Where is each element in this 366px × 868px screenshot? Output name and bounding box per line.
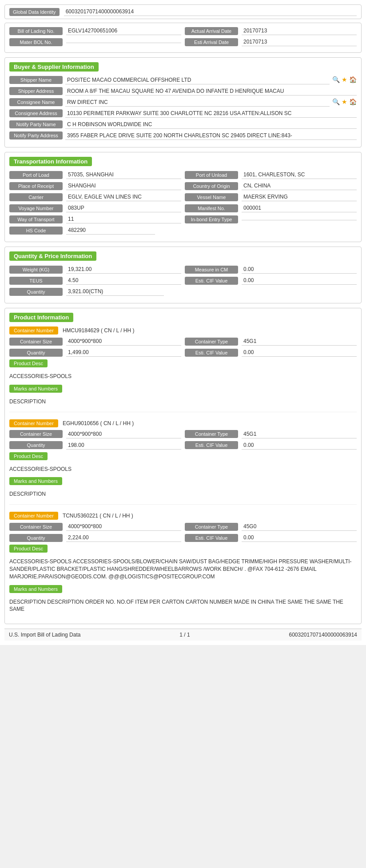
- product-block-3: Container Number TCNU5360221 ( CN / L / …: [9, 512, 357, 619]
- consignee-star-icon[interactable]: ★: [342, 98, 347, 105]
- teus-value: 4.50: [66, 276, 181, 285]
- container-type-label-2: Container Type: [185, 430, 238, 438]
- page: Global Data Identity 6003201707140000006…: [0, 0, 366, 645]
- manifest-no-value: 000001: [242, 204, 357, 212]
- buyer-supplier-section: Buyer & Supplier Information Shipper Nam…: [4, 57, 362, 147]
- global-id-row: Global Data Identity 6003201707140000006…: [4, 4, 362, 19]
- global-id-value: 60032017071400000063914: [64, 8, 357, 16]
- container-size-label-2: Container Size: [9, 430, 63, 438]
- weight-label: Weight (KG): [9, 266, 63, 274]
- container-size-label-1: Container Size: [9, 338, 63, 346]
- teus-row: TEUS 4.50 Esti. CIF Value 0.00: [9, 276, 357, 285]
- port-of-unload-value: 1601, CHARLESTON, SC: [242, 171, 357, 179]
- carrier-label: Carrier: [9, 193, 63, 201]
- consignee-address-row: Consignee Address 10130 PERIMETER PARKWA…: [9, 109, 357, 118]
- container-qty-value-2: 198.00: [66, 441, 181, 450]
- container-esti-cif-value-3: 0.00: [242, 534, 357, 542]
- footer-center: 1 / 1: [179, 632, 190, 638]
- shipper-home-icon[interactable]: 🏠: [349, 76, 357, 83]
- container-esti-cif-value-1: 0.00: [242, 348, 357, 357]
- container-number-value-1: HMCU9184629 ( CN / L / HH ): [61, 326, 136, 334]
- global-id-label: Global Data Identity: [9, 8, 60, 16]
- shipper-search-icon[interactable]: 🔍: [332, 76, 340, 83]
- teus-label: TEUS: [9, 277, 63, 285]
- measure-label: Measure in CM: [185, 266, 238, 274]
- header-section: Bill of Lading No. EGLV142700651006 Actu…: [4, 23, 362, 53]
- container-size-label-3: Container Size: [9, 523, 63, 531]
- notify-party-name-label: Notify Party Name: [9, 120, 63, 128]
- shipper-name-label: Shipper Name: [9, 76, 63, 84]
- consignee-home-icon[interactable]: 🏠: [349, 98, 357, 105]
- country-of-origin-label: Country of Origin: [185, 182, 238, 190]
- product-desc-label-2: Product Desc: [9, 452, 48, 460]
- container-size-value-1: 4000*900*800: [66, 337, 181, 346]
- buyer-supplier-title: Buyer & Supplier Information: [9, 62, 99, 72]
- container-esti-cif-label-2: Esti. CIF Value: [185, 441, 238, 449]
- container-size-row-3: Container Size 4000*900*800 Container Ty…: [9, 522, 357, 531]
- marks-numbers-value-1: DESCRIPTION: [9, 396, 357, 407]
- container-type-value-3: 45G0: [242, 522, 357, 531]
- container-type-label-3: Container Type: [185, 523, 238, 531]
- container-esti-cif-label-3: Esti. CIF Value: [185, 534, 238, 542]
- product-desc-value-2: ACCESSORIES-SPOOLS: [9, 464, 357, 475]
- notify-party-address-value: 3955 FABER PLACE DRIVE SUITE 200 NORTH C…: [65, 131, 357, 140]
- product-block-2: Container Number EGHU9010656 ( CN / L / …: [9, 419, 357, 505]
- port-load-row: Port of Load 57035, SHANGHAI Port of Unl…: [9, 171, 357, 179]
- way-of-transport-value: 11: [66, 215, 181, 223]
- container-number-row-3: Container Number TCNU5360221 ( CN / L / …: [9, 512, 357, 520]
- voyage-row: Voyage Number 083UP Manifest No. 000001: [9, 204, 357, 212]
- footer-right: 60032017071400000063914: [289, 632, 358, 638]
- container-type-value-1: 45G1: [242, 337, 357, 346]
- quantity-value: 3,921.00(CTN): [66, 287, 164, 296]
- port-of-load-value: 57035, SHANGHAI: [66, 171, 181, 179]
- quantity-price-title: Quantity & Price Information: [9, 251, 96, 261]
- notify-party-address-row: Notify Party Address 3955 FABER PLACE DR…: [9, 131, 357, 140]
- hs-code-label: HS Code: [9, 227, 63, 235]
- consignee-address-value: 10130 PERIMETER PARKWAY SUITE 300 CHARLO…: [65, 109, 357, 118]
- marks-numbers-label-1: Marks and Numbers: [9, 385, 62, 393]
- esti-cif-label: Esti. CIF Value: [185, 277, 238, 285]
- marks-numbers-value-2: DESCRIPTION: [9, 489, 357, 500]
- weight-row: Weight (KG) 19,321.00 Measure in CM 0.00: [9, 265, 357, 274]
- actual-arrival-value: 20170713: [242, 27, 357, 35]
- manifest-no-label: Manifest No.: [185, 204, 238, 212]
- port-of-unload-label: Port of Unload: [185, 171, 238, 179]
- container-size-value-2: 4000*900*800: [66, 430, 181, 438]
- marks-numbers-label-3: Marks and Numbers: [9, 585, 62, 593]
- bol-value: EGLV142700651006: [66, 27, 181, 35]
- container-number-value-3: TCNU5360221 ( CN / L / HH ): [61, 512, 135, 520]
- product-desc-label-3: Product Desc: [9, 545, 48, 553]
- container-qty-value-3: 2,224.00: [66, 534, 181, 542]
- transportation-title: Transportation Information: [9, 157, 92, 166]
- shipper-address-row: Shipper Address ROOM A 8/F THE MACAU SQU…: [9, 87, 357, 96]
- container-esti-cif-label-1: Esti. CIF Value: [185, 349, 238, 357]
- weight-value: 19,321.00: [66, 265, 181, 274]
- product-information-section: Product Information Container Number HMC…: [4, 308, 362, 624]
- mater-bol-row: Mater BOL No. Esti Arrival Date 20170713: [9, 38, 357, 46]
- container-number-label-3: Container Number: [9, 512, 58, 520]
- marks-numbers-value-3: DESCRIPTION DESCRIPTION ORDER NO. NO.OF …: [9, 597, 357, 615]
- container-qty-label-1: Quantity: [9, 349, 63, 357]
- consignee-search-icon[interactable]: 🔍: [332, 98, 340, 105]
- shipper-star-icon[interactable]: ★: [342, 76, 347, 83]
- measure-value: 0.00: [242, 265, 357, 274]
- product-desc-value-1: ACCESSORIES-SPOOLS: [9, 371, 357, 382]
- consignee-address-label: Consignee Address: [9, 109, 63, 117]
- voyage-number-label: Voyage Number: [9, 204, 63, 212]
- bol-row: Bill of Lading No. EGLV142700651006 Actu…: [9, 27, 357, 35]
- container-number-row-1: Container Number HMCU9184629 ( CN / L / …: [9, 326, 357, 334]
- product-block-1: Container Number HMCU9184629 ( CN / L / …: [9, 326, 357, 412]
- container-size-row-1: Container Size 4000*900*800 Container Ty…: [9, 337, 357, 346]
- container-qty-label-3: Quantity: [9, 534, 63, 542]
- container-size-row-2: Container Size 4000*900*800 Container Ty…: [9, 430, 357, 438]
- shipper-address-value: ROOM A 8/F THE MACAU SQUARE NO 47 AVENID…: [65, 87, 357, 96]
- place-of-receipt-label: Place of Receipt: [9, 182, 63, 190]
- container-number-value-2: EGHU9010656 ( CN / L / HH ): [61, 419, 135, 427]
- in-bond-label: In-bond Entry Type: [185, 215, 238, 223]
- container-qty-value-1: 1,499.00: [66, 348, 181, 357]
- notify-party-address-label: Notify Party Address: [9, 131, 63, 139]
- container-size-value-3: 4000*900*800: [66, 522, 181, 531]
- shipper-name-icons: 🔍 ★ 🏠: [332, 76, 357, 83]
- in-bond-value: [242, 218, 357, 220]
- actual-arrival-label: Actual Arrival Date: [185, 27, 238, 35]
